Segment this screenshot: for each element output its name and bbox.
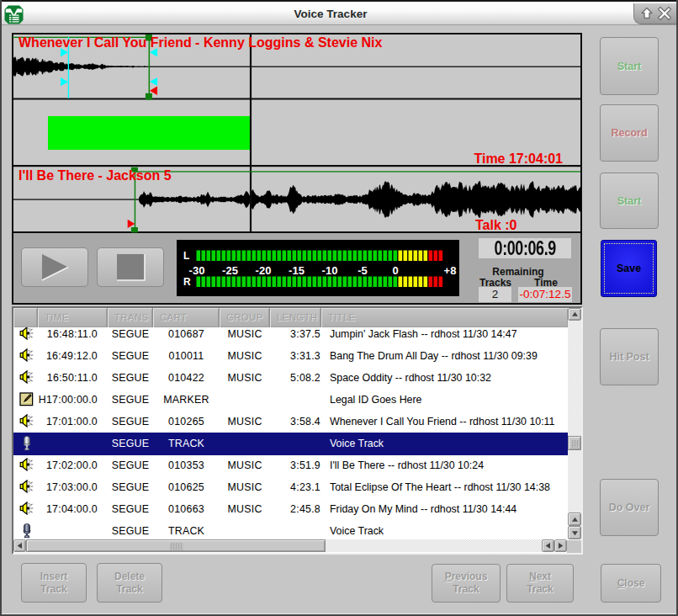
svg-text:+8: +8 (444, 264, 457, 277)
svg-text:-15: -15 (289, 264, 305, 277)
svg-text:-25: -25 (222, 264, 238, 277)
svg-text:I'll Be There - Jackson 5: I'll Be There - Jackson 5 (19, 168, 172, 183)
svg-text:0: 0 (392, 264, 398, 277)
svg-text:L: L (183, 250, 189, 262)
svg-text:R: R (183, 276, 191, 288)
svg-text:Time 17:04:01: Time 17:04:01 (474, 151, 563, 166)
svg-text:-30: -30 (189, 264, 205, 277)
svg-text:Whenever I Call You Friend - K: Whenever I Call You Friend - Kenny Loggi… (19, 35, 382, 50)
svg-text:Talk :0: Talk :0 (475, 218, 517, 232)
svg-text:-10: -10 (322, 264, 338, 277)
svg-text:-20: -20 (256, 264, 272, 277)
svg-text:-5: -5 (358, 264, 368, 277)
